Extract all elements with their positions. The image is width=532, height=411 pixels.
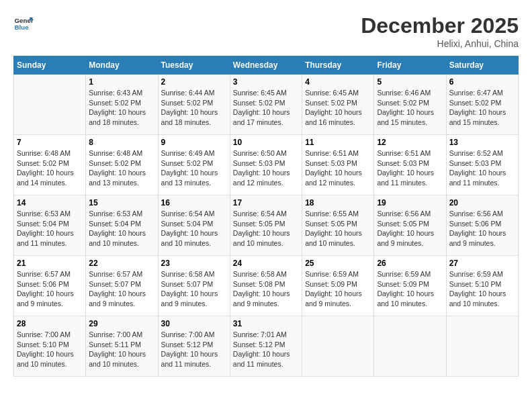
- day-info: Sunrise: 7:01 AM Sunset: 5:12 PM Dayligh…: [233, 330, 299, 369]
- month-title: December 2025: [361, 13, 519, 38]
- day-info: Sunrise: 6:58 AM Sunset: 5:07 PM Dayligh…: [161, 269, 227, 309]
- day-info: Sunrise: 6:49 AM Sunset: 5:02 PM Dayligh…: [161, 148, 227, 188]
- day-number: 1: [89, 77, 154, 87]
- weekday-header-tuesday: Tuesday: [158, 56, 230, 75]
- day-number: 21: [17, 259, 83, 268]
- day-number: 23: [161, 259, 227, 268]
- day-number: 25: [305, 259, 371, 268]
- day-number: 24: [233, 259, 299, 268]
- day-info: Sunrise: 6:43 AM Sunset: 5:02 PM Dayligh…: [89, 88, 154, 128]
- calendar-cell: 27Sunrise: 6:59 AM Sunset: 5:10 PM Dayli…: [446, 256, 518, 316]
- title-block: December 2025 Helixi, Anhui, China: [361, 13, 519, 49]
- calendar-cell: 30Sunrise: 7:00 AM Sunset: 5:12 PM Dayli…: [158, 316, 230, 377]
- calendar-week-5: 28Sunrise: 7:00 AM Sunset: 5:10 PM Dayli…: [14, 316, 519, 377]
- day-number: 29: [89, 319, 154, 328]
- weekday-header-wednesday: Wednesday: [230, 56, 302, 75]
- day-info: Sunrise: 6:54 AM Sunset: 5:04 PM Dayligh…: [161, 209, 227, 248]
- calendar-week-3: 14Sunrise: 6:53 AM Sunset: 5:04 PM Dayli…: [14, 195, 519, 256]
- day-number: 4: [305, 77, 371, 87]
- day-info: Sunrise: 6:55 AM Sunset: 5:05 PM Dayligh…: [305, 209, 371, 248]
- calendar-cell: 1Sunrise: 6:43 AM Sunset: 5:02 PM Daylig…: [86, 75, 158, 135]
- logo: General Blue: [13, 13, 34, 34]
- day-info: Sunrise: 6:56 AM Sunset: 5:05 PM Dayligh…: [377, 209, 443, 248]
- calendar-week-1: 1Sunrise: 6:43 AM Sunset: 5:02 PM Daylig…: [14, 75, 519, 135]
- day-info: Sunrise: 6:47 AM Sunset: 5:02 PM Dayligh…: [449, 88, 515, 128]
- calendar-cell: [14, 75, 86, 135]
- calendar-week-2: 7Sunrise: 6:48 AM Sunset: 5:02 PM Daylig…: [14, 135, 519, 195]
- day-info: Sunrise: 6:48 AM Sunset: 5:02 PM Dayligh…: [17, 148, 83, 188]
- day-info: Sunrise: 6:50 AM Sunset: 5:03 PM Dayligh…: [233, 148, 299, 188]
- day-number: 17: [233, 198, 299, 208]
- day-number: 31: [233, 319, 299, 328]
- day-info: Sunrise: 6:59 AM Sunset: 5:09 PM Dayligh…: [377, 269, 443, 309]
- day-info: Sunrise: 6:45 AM Sunset: 5:02 PM Dayligh…: [305, 88, 371, 128]
- day-info: Sunrise: 6:59 AM Sunset: 5:09 PM Dayligh…: [305, 269, 371, 309]
- calendar-cell: 21Sunrise: 6:57 AM Sunset: 5:06 PM Dayli…: [14, 256, 86, 316]
- day-number: 30: [161, 319, 227, 328]
- day-info: Sunrise: 6:58 AM Sunset: 5:08 PM Dayligh…: [233, 269, 299, 309]
- calendar-cell: 28Sunrise: 7:00 AM Sunset: 5:10 PM Dayli…: [14, 316, 86, 377]
- day-info: Sunrise: 6:44 AM Sunset: 5:02 PM Dayligh…: [161, 88, 227, 128]
- day-number: 14: [17, 198, 83, 208]
- calendar-cell: 8Sunrise: 6:48 AM Sunset: 5:02 PM Daylig…: [86, 135, 158, 195]
- calendar-cell: 7Sunrise: 6:48 AM Sunset: 5:02 PM Daylig…: [14, 135, 86, 195]
- day-info: Sunrise: 6:45 AM Sunset: 5:02 PM Dayligh…: [233, 88, 299, 128]
- calendar-cell: 19Sunrise: 6:56 AM Sunset: 5:05 PM Dayli…: [374, 195, 446, 256]
- calendar-cell: 12Sunrise: 6:51 AM Sunset: 5:03 PM Dayli…: [374, 135, 446, 195]
- calendar-cell: 13Sunrise: 6:52 AM Sunset: 5:03 PM Dayli…: [446, 135, 518, 195]
- day-info: Sunrise: 6:53 AM Sunset: 5:04 PM Dayligh…: [89, 209, 154, 248]
- weekday-header-thursday: Thursday: [302, 56, 374, 75]
- weekday-header-saturday: Saturday: [446, 56, 518, 75]
- calendar-cell: [302, 316, 374, 377]
- day-number: 20: [449, 198, 515, 208]
- day-number: 2: [161, 77, 227, 87]
- weekday-header-row: SundayMondayTuesdayWednesdayThursdayFrid…: [14, 56, 519, 75]
- day-number: 5: [377, 77, 443, 87]
- day-info: Sunrise: 6:56 AM Sunset: 5:06 PM Dayligh…: [449, 209, 515, 248]
- calendar-cell: 3Sunrise: 6:45 AM Sunset: 5:02 PM Daylig…: [230, 75, 302, 135]
- day-number: 6: [449, 77, 515, 87]
- day-number: 9: [161, 138, 227, 147]
- svg-text:Blue: Blue: [15, 24, 30, 31]
- day-info: Sunrise: 6:57 AM Sunset: 5:07 PM Dayligh…: [89, 269, 154, 309]
- calendar-cell: 17Sunrise: 6:54 AM Sunset: 5:05 PM Dayli…: [230, 195, 302, 256]
- day-number: 28: [17, 319, 83, 328]
- day-number: 10: [233, 138, 299, 147]
- weekday-header-monday: Monday: [86, 56, 158, 75]
- page-header: General Blue December 2025 Helixi, Anhui…: [13, 13, 519, 49]
- day-info: Sunrise: 6:51 AM Sunset: 5:03 PM Dayligh…: [305, 148, 371, 188]
- calendar-cell: 9Sunrise: 6:49 AM Sunset: 5:02 PM Daylig…: [158, 135, 230, 195]
- day-info: Sunrise: 7:00 AM Sunset: 5:12 PM Dayligh…: [161, 330, 227, 369]
- calendar-cell: 22Sunrise: 6:57 AM Sunset: 5:07 PM Dayli…: [86, 256, 158, 316]
- calendar-cell: 10Sunrise: 6:50 AM Sunset: 5:03 PM Dayli…: [230, 135, 302, 195]
- day-number: 8: [89, 138, 154, 147]
- calendar-cell: 24Sunrise: 6:58 AM Sunset: 5:08 PM Dayli…: [230, 256, 302, 316]
- day-number: 18: [305, 198, 371, 208]
- calendar-cell: 20Sunrise: 6:56 AM Sunset: 5:06 PM Dayli…: [446, 195, 518, 256]
- calendar-cell: 14Sunrise: 6:53 AM Sunset: 5:04 PM Dayli…: [14, 195, 86, 256]
- day-number: 13: [449, 138, 515, 147]
- day-info: Sunrise: 6:59 AM Sunset: 5:10 PM Dayligh…: [449, 269, 515, 309]
- day-number: 27: [449, 259, 515, 268]
- calendar-cell: 25Sunrise: 6:59 AM Sunset: 5:09 PM Dayli…: [302, 256, 374, 316]
- calendar-table: SundayMondayTuesdayWednesdayThursdayFrid…: [13, 56, 519, 377]
- day-info: Sunrise: 6:54 AM Sunset: 5:05 PM Dayligh…: [233, 209, 299, 248]
- calendar-cell: 5Sunrise: 6:46 AM Sunset: 5:02 PM Daylig…: [374, 75, 446, 135]
- location: Helixi, Anhui, China: [361, 38, 519, 49]
- day-info: Sunrise: 6:52 AM Sunset: 5:03 PM Dayligh…: [449, 148, 515, 188]
- day-info: Sunrise: 6:51 AM Sunset: 5:03 PM Dayligh…: [377, 148, 443, 188]
- calendar-cell: 6Sunrise: 6:47 AM Sunset: 5:02 PM Daylig…: [446, 75, 518, 135]
- day-number: 16: [161, 198, 227, 208]
- day-info: Sunrise: 6:57 AM Sunset: 5:06 PM Dayligh…: [17, 269, 83, 309]
- calendar-cell: 4Sunrise: 6:45 AM Sunset: 5:02 PM Daylig…: [302, 75, 374, 135]
- calendar-cell: 11Sunrise: 6:51 AM Sunset: 5:03 PM Dayli…: [302, 135, 374, 195]
- day-info: Sunrise: 6:48 AM Sunset: 5:02 PM Dayligh…: [89, 148, 154, 188]
- day-number: 11: [305, 138, 371, 147]
- calendar-cell: 2Sunrise: 6:44 AM Sunset: 5:02 PM Daylig…: [158, 75, 230, 135]
- calendar-cell: [446, 316, 518, 377]
- day-number: 7: [17, 138, 83, 147]
- calendar-week-4: 21Sunrise: 6:57 AM Sunset: 5:06 PM Dayli…: [14, 256, 519, 316]
- logo-icon: General Blue: [13, 13, 34, 34]
- day-info: Sunrise: 7:00 AM Sunset: 5:11 PM Dayligh…: [89, 330, 154, 369]
- calendar-cell: 29Sunrise: 7:00 AM Sunset: 5:11 PM Dayli…: [86, 316, 158, 377]
